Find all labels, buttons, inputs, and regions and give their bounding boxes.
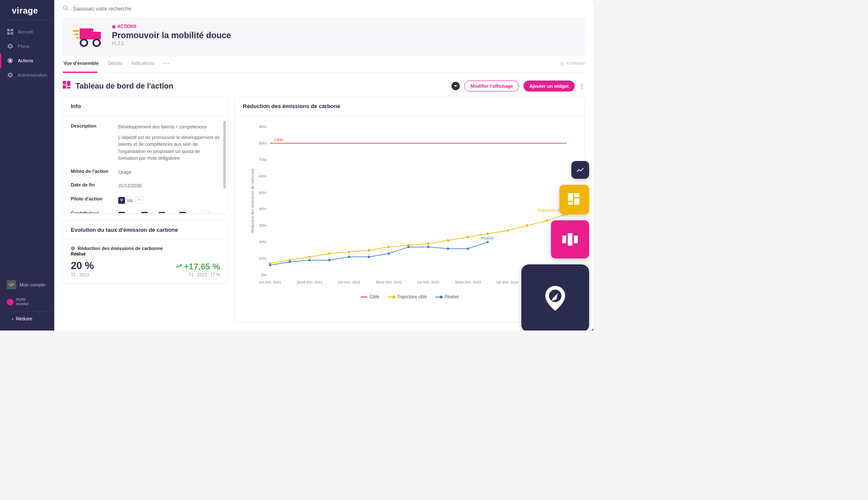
- svg-text:1er trim. 2022: 1er trim. 2022: [338, 280, 360, 284]
- evolution-card: Evolution du taux d'émission de carbone …: [63, 220, 228, 283]
- svg-text:0%: 0%: [261, 273, 267, 277]
- evolution-body: ◎ Réduction des émissions de carbonne Ré…: [63, 239, 228, 283]
- perf-icon: [7, 299, 14, 306]
- tab-more[interactable]: ⋯: [163, 59, 170, 67]
- card-title: Info: [63, 97, 228, 116]
- svg-rect-62: [368, 256, 370, 258]
- svg-rect-18: [67, 87, 70, 89]
- svg-rect-58: [289, 261, 291, 263]
- scrollbar[interactable]: [223, 121, 226, 189]
- user-chip[interactable]: VVirage: [179, 212, 200, 214]
- add-contributor[interactable]: +: [202, 211, 209, 213]
- tab-indicators[interactable]: Indicateurs: [131, 56, 156, 70]
- tab-details[interactable]: Détails: [107, 56, 123, 70]
- collapse-toggle[interactable]: [451, 82, 460, 90]
- float-tile-compass[interactable]: [521, 264, 589, 331]
- svg-rect-59: [309, 259, 311, 261]
- dashboard-grid: Info Description Développement des talen…: [63, 97, 585, 322]
- svg-point-6: [64, 6, 67, 9]
- svg-text:3ème trim. 2022: 3ème trim. 2022: [376, 280, 402, 284]
- svg-rect-12: [76, 37, 79, 39]
- nav-administration[interactable]: Administration: [0, 68, 54, 82]
- label-datefin: Date de fin: [71, 182, 113, 189]
- gear-icon: [7, 43, 14, 50]
- user-chip[interactable]: EEstelle: [118, 212, 139, 214]
- svg-rect-2: [7, 32, 10, 35]
- svg-rect-73: [568, 202, 573, 205]
- svg-rect-51: [486, 232, 489, 235]
- breadcrumb[interactable]: ◉ ACTIONS: [112, 24, 576, 29]
- svg-text:30%: 30%: [259, 223, 267, 228]
- float-tile-columns[interactable]: [551, 220, 589, 258]
- svg-rect-72: [574, 198, 579, 205]
- nav-label: Accueil: [18, 29, 33, 34]
- gear-icon: [7, 72, 14, 78]
- svg-rect-68: [487, 241, 489, 243]
- svg-rect-74: [562, 236, 566, 243]
- tab-overview[interactable]: Vue d'ensemble: [63, 56, 100, 70]
- trend-up-icon: [175, 262, 182, 272]
- svg-rect-44: [348, 250, 351, 253]
- svg-rect-70: [568, 193, 573, 201]
- user-chip[interactable]: V Val: [118, 197, 133, 204]
- perf-monitor[interactable]: PERFmonitor: [0, 294, 54, 310]
- svg-rect-42: [308, 256, 311, 258]
- nav-accueil[interactable]: Accueil: [0, 25, 54, 39]
- more-icon[interactable]: ⋮: [579, 83, 585, 89]
- svg-rect-1: [11, 29, 13, 31]
- account-link[interactable]: GP Mon compte: [0, 277, 54, 293]
- label-pilote: Pilote d'action: [71, 196, 113, 204]
- chevron-left-icon: ‹: [12, 316, 14, 321]
- svg-rect-11: [75, 33, 79, 35]
- dashboard-actions: Modifier l'affichage Ajouter un widget ⋮: [451, 81, 585, 92]
- dashboard-icon: [63, 81, 71, 92]
- nav-label: Administration: [18, 72, 47, 78]
- svg-text:40%: 40%: [259, 207, 267, 211]
- svg-text:90%: 90%: [259, 125, 267, 129]
- add-pilote[interactable]: +: [136, 196, 143, 204]
- svg-text:1er trim. 2023: 1er trim. 2023: [417, 280, 440, 284]
- card-title: Réduction des émissions de carbone: [235, 97, 584, 116]
- float-tile-dashboard[interactable]: [559, 185, 589, 214]
- user-chip[interactable]: GGilles: [159, 212, 178, 214]
- svg-rect-43: [328, 252, 331, 255]
- svg-rect-61: [348, 256, 350, 258]
- svg-rect-15: [63, 81, 66, 84]
- float-tile-chart[interactable]: [571, 161, 589, 179]
- svg-point-77: [549, 290, 561, 302]
- svg-rect-46: [387, 245, 390, 248]
- add-widget-button[interactable]: Ajouter un widget: [523, 81, 575, 92]
- main: ◉ ACTIONS Promouvoir la mobilité douce #…: [54, 0, 593, 331]
- avatar: GP: [7, 280, 16, 289]
- sidebar: virage Accueil Plans Actions Administrat…: [0, 0, 54, 331]
- svg-text:70%: 70%: [259, 158, 267, 162]
- svg-point-5: [9, 60, 11, 62]
- nav-actions[interactable]: Actions: [0, 53, 54, 68]
- val-contrib: EEstelleEEricGGillesVVirage+: [118, 211, 220, 213]
- nav-label: Actions: [18, 58, 33, 63]
- legend-cible: Cible: [361, 294, 379, 299]
- svg-point-14: [93, 39, 100, 46]
- evolution-subtitle: ◎ Réduction des émissions de carbonne: [71, 245, 220, 251]
- evolution-value: 20 %: [71, 260, 94, 272]
- collapse-sidebar[interactable]: ‹ Réduire: [5, 311, 49, 325]
- user-chip[interactable]: EEric: [141, 212, 157, 214]
- val-pilote: V Val +: [118, 196, 220, 204]
- svg-rect-52: [506, 229, 509, 232]
- svg-rect-45: [367, 249, 370, 252]
- last-updated: ◷ 4 minutes: [560, 61, 585, 66]
- svg-text:50%: 50%: [259, 191, 267, 195]
- svg-text:10%: 10%: [259, 256, 267, 261]
- evolution-period: T2 - 2023: [71, 272, 94, 277]
- search-input[interactable]: [73, 6, 585, 12]
- svg-rect-10: [73, 30, 79, 32]
- svg-rect-65: [427, 246, 429, 248]
- svg-rect-63: [388, 253, 390, 255]
- label-description: Description: [71, 123, 113, 162]
- svg-rect-16: [67, 81, 70, 86]
- svg-text:3ème trim. 2021: 3ème trim. 2021: [297, 280, 323, 284]
- nav-plans[interactable]: Plans: [0, 39, 54, 53]
- svg-rect-67: [467, 247, 469, 250]
- modify-display-button[interactable]: Modifier l'affichage: [464, 81, 519, 92]
- sidebar-bottom: GP Mon compte PERFmonitor ‹ Réduire: [0, 273, 54, 331]
